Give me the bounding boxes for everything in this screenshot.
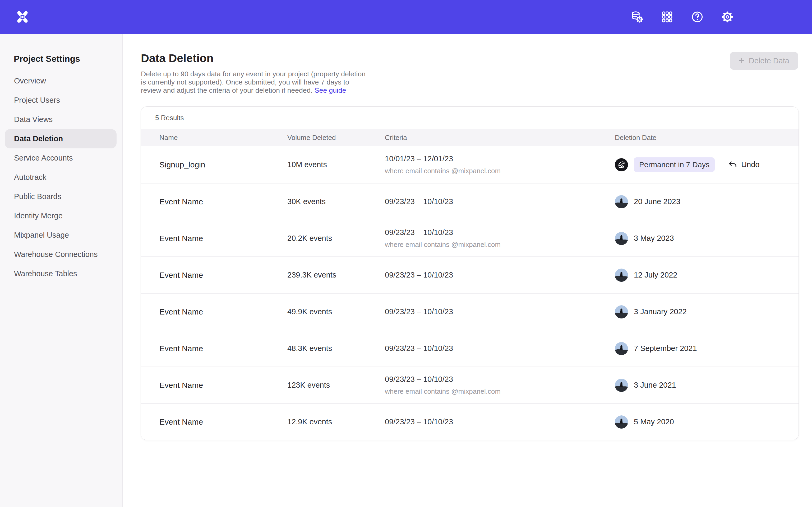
help-icon[interactable] <box>691 11 704 23</box>
delete-data-button-label: Delete Data <box>749 57 789 65</box>
page-title: Data Deletion <box>141 52 371 65</box>
user-avatar-photo <box>615 305 628 319</box>
cell-criteria: 09/23/23 – 10/10/23 <box>385 344 615 353</box>
see-guide-link[interactable]: See guide <box>314 87 346 94</box>
sidebar-item[interactable]: Autotrack <box>5 168 116 187</box>
undo-icon <box>728 160 738 170</box>
sidebar-item[interactable]: Mixpanel Usage <box>5 226 116 245</box>
sidebar-item[interactable]: Project Users <box>5 91 116 110</box>
criteria-date-range: 09/23/23 – 10/10/23 <box>385 228 615 237</box>
undo-label: Undo <box>741 160 759 169</box>
topbar-icon-group <box>631 0 734 34</box>
criteria-date-range: 09/23/23 – 10/10/23 <box>385 197 615 206</box>
cell-deletion-date: 3 January 2022 <box>615 305 799 319</box>
cell-name: Event Name <box>141 417 287 427</box>
cell-criteria: 09/23/23 – 10/10/23 <box>385 307 615 316</box>
sidebar-item[interactable]: Overview <box>5 71 116 91</box>
sidebar-item[interactable]: Public Boards <box>5 187 116 206</box>
results-card: 5 Results Name Volume Deleted Criteria D… <box>141 106 799 440</box>
table-header-row: Name Volume Deleted Criteria Deletion Da… <box>141 129 799 146</box>
cell-volume: 239.3K events <box>287 271 385 279</box>
page-description: Delete up to 90 days data for any event … <box>141 70 371 95</box>
cell-deletion-date: 7 September 2021 <box>615 342 799 355</box>
table-row: Event Name 48.3K events 09/23/23 – 10/10… <box>141 330 799 367</box>
mixpanel-logo[interactable] <box>15 10 30 24</box>
deletion-date: 3 January 2022 <box>634 307 687 316</box>
cell-name: Event Name <box>141 271 287 280</box>
cell-criteria: 09/23/23 – 10/10/23 <box>385 417 615 426</box>
table-row: Event Name 123K events 09/23/23 – 10/10/… <box>141 367 799 403</box>
cell-criteria: 09/23/23 – 10/10/23 <box>385 271 615 279</box>
criteria-date-range: 09/23/23 – 10/10/23 <box>385 417 615 426</box>
sidebar-item[interactable]: Data Views <box>5 110 116 129</box>
user-avatar-illustration <box>615 158 628 171</box>
criteria-filter: where email contains @mixpanel.com <box>385 240 615 249</box>
cell-deletion-date: 12 July 2022 <box>615 269 799 282</box>
table-row: Event Name 30K events 09/23/23 – 10/10/2… <box>141 183 799 220</box>
deletion-date: 5 May 2020 <box>634 417 674 426</box>
user-avatar-photo <box>615 269 628 282</box>
user-avatar-photo <box>615 415 628 429</box>
cell-name: Signup_login <box>141 160 287 169</box>
cell-criteria: 09/23/23 – 10/10/23 where email contains… <box>385 375 615 396</box>
table-row: Event Name 239.3K events 09/23/23 – 10/1… <box>141 257 799 293</box>
plus-icon: + <box>739 55 745 65</box>
cell-volume: 10M events <box>287 160 385 169</box>
cell-criteria: 10/01/23 – 12/01/23 where email contains… <box>385 155 615 175</box>
cell-deletion-date: 3 June 2021 <box>615 379 799 392</box>
sidebar-item[interactable]: Data Deletion <box>5 129 116 149</box>
cell-volume: 30K events <box>287 197 385 206</box>
delete-data-button[interactable]: + Delete Data <box>730 52 798 70</box>
cell-criteria: 09/23/23 – 10/10/23 <box>385 197 615 206</box>
cell-volume: 123K events <box>287 381 385 390</box>
cell-volume: 48.3K events <box>287 344 385 353</box>
permanent-badge: Permanent in 7 Days <box>634 157 715 172</box>
sidebar-item[interactable]: Warehouse Connections <box>5 245 116 264</box>
criteria-date-range: 10/01/23 – 12/01/23 <box>385 155 615 163</box>
cell-name: Event Name <box>141 344 287 353</box>
table-body: Signup_login 10M events 10/01/23 – 12/01… <box>141 146 799 440</box>
cell-volume: 20.2K events <box>287 234 385 243</box>
cell-name: Event Name <box>141 234 287 243</box>
results-count: 5 Results <box>155 114 184 122</box>
undo-button[interactable]: Undo <box>728 160 759 170</box>
criteria-filter: where email contains @mixpanel.com <box>385 387 615 396</box>
user-avatar-photo <box>615 195 628 208</box>
data-settings-icon[interactable] <box>631 11 643 23</box>
criteria-filter: where email contains @mixpanel.com <box>385 167 615 175</box>
table-row: Event Name 12.9K events 09/23/23 – 10/10… <box>141 403 799 440</box>
deletion-date: 7 September 2021 <box>634 344 697 353</box>
cell-name: Event Name <box>141 307 287 316</box>
column-header-criteria: Criteria <box>385 133 615 142</box>
cell-criteria: 09/23/23 – 10/10/23 where email contains… <box>385 228 615 249</box>
sidebar-item[interactable]: Service Accounts <box>5 149 116 168</box>
cell-name: Event Name <box>141 197 287 206</box>
table-row: Event Name 49.9K events 09/23/23 – 10/10… <box>141 293 799 330</box>
apps-grid-icon[interactable] <box>661 11 673 23</box>
deletion-date: 3 May 2023 <box>634 234 674 243</box>
column-header-deletion-date: Deletion Date <box>615 133 799 142</box>
criteria-date-range: 09/23/23 – 10/10/23 <box>385 271 615 279</box>
deletion-date: 12 July 2022 <box>634 271 677 279</box>
cell-volume: 49.9K events <box>287 307 385 316</box>
column-header-name: Name <box>141 133 287 142</box>
deletion-date: 3 June 2021 <box>634 381 676 390</box>
settings-gear-icon[interactable] <box>721 11 734 23</box>
criteria-date-range: 09/23/23 – 10/10/23 <box>385 375 615 384</box>
cell-deletion-date: 5 May 2020 <box>615 415 799 429</box>
sidebar: Project Settings Overview Project Users … <box>0 34 123 507</box>
user-avatar-photo <box>615 342 628 355</box>
deletion-date: 20 June 2023 <box>634 197 680 206</box>
user-avatar-photo <box>615 232 628 245</box>
table-row: Event Name 20.2K events 09/23/23 – 10/10… <box>141 220 799 257</box>
sidebar-list: Overview Project Users Data Views Data D… <box>0 71 122 283</box>
cell-deletion-date: 20 June 2023 <box>615 195 799 208</box>
sidebar-item[interactable]: Identity Merge <box>5 206 116 226</box>
sidebar-item[interactable]: Warehouse Tables <box>5 264 116 283</box>
criteria-date-range: 09/23/23 – 10/10/23 <box>385 344 615 353</box>
cell-name: Event Name <box>141 381 287 390</box>
sidebar-title: Project Settings <box>14 54 122 64</box>
user-avatar-photo <box>615 379 628 392</box>
table-row: Signup_login 10M events 10/01/23 – 12/01… <box>141 146 799 183</box>
column-header-volume: Volume Deleted <box>287 133 385 142</box>
